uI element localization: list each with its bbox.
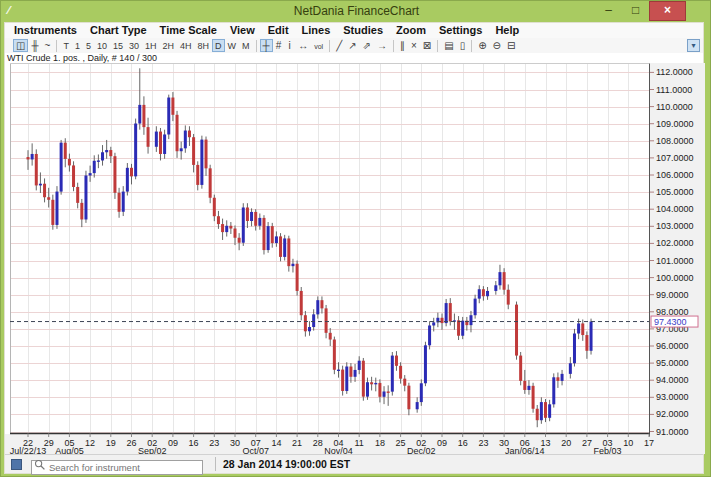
window-content: InstrumentsChart TypeTime ScaleViewEditL…	[4, 22, 704, 474]
toolbar-separator	[437, 40, 438, 52]
menu-item-help[interactable]: Help	[495, 23, 519, 38]
maximize-button[interactable]: □	[622, 1, 649, 21]
svg-text:27: 27	[582, 438, 592, 448]
export-image-button[interactable]: ▯	[457, 39, 469, 52]
print-button[interactable]: ▤	[441, 39, 456, 52]
svg-text:102.0000: 102.0000	[656, 238, 694, 248]
scroll-mode-button[interactable]: ↔	[295, 39, 311, 52]
timescale-daily-button[interactable]: D	[212, 39, 225, 52]
trendline-button[interactable]: ╱	[333, 39, 345, 52]
search-icon	[34, 459, 46, 471]
menu-item-view[interactable]: View	[230, 23, 255, 38]
candlestick-chart-button[interactable]: ◫	[13, 39, 28, 52]
svg-text:18: 18	[375, 438, 385, 448]
svg-text:12: 12	[85, 438, 95, 448]
candlestick-chart[interactable]: 91.000092.000093.000094.000095.000096.00…	[5, 63, 703, 454]
toolbar-separator	[256, 40, 257, 52]
timescale-2h-button[interactable]: 2H	[159, 39, 177, 52]
delete-all-lines-button[interactable]: ⊠	[420, 39, 434, 52]
delete-line-button[interactable]: ×	[408, 39, 420, 52]
timescale-4h-button[interactable]: 4H	[177, 39, 195, 52]
svg-text:98.0000: 98.0000	[656, 307, 689, 317]
svg-text:99.0000: 99.0000	[656, 290, 689, 300]
channel-lines-button[interactable]: ⇗	[360, 39, 374, 52]
timescale-30m-button[interactable]: 30	[126, 39, 142, 52]
svg-text:100.0000: 100.0000	[656, 273, 694, 283]
toolbar-separator	[393, 40, 394, 52]
menu-item-instruments[interactable]: Instruments	[14, 23, 77, 38]
menu-item-settings[interactable]: Settings	[439, 23, 482, 38]
svg-text:101.0000: 101.0000	[656, 256, 694, 266]
last-price-label: 97.4300	[651, 316, 698, 327]
grid-button[interactable]: #	[273, 39, 285, 52]
info-button[interactable]: i	[284, 39, 295, 52]
svg-text:111.0000: 111.0000	[656, 85, 692, 95]
menu-item-edit[interactable]: Edit	[268, 23, 289, 38]
close-button[interactable]: ×	[649, 1, 686, 21]
svg-text:108.0000: 108.0000	[656, 136, 694, 146]
minimize-button[interactable]: –	[595, 1, 622, 21]
workspace-color-icon[interactable]	[11, 459, 22, 470]
svg-text:104.0000: 104.0000	[656, 204, 694, 214]
last-update-timestamp: 28 Jan 2014 19:00:00 EST	[223, 458, 350, 470]
volume-button[interactable]: vol	[311, 39, 326, 52]
short-line-button[interactable]: →	[374, 39, 390, 52]
timescale-weekly-button[interactable]: W	[225, 39, 240, 52]
search-input[interactable]	[31, 460, 203, 475]
timescale-1h-button[interactable]: 1H	[142, 39, 160, 52]
zoom-in-button[interactable]: ⊕	[475, 39, 489, 52]
timescale-1m-button[interactable]: 1	[72, 39, 83, 52]
svg-text:Dec/02: Dec/02	[407, 446, 436, 454]
timescale-10m-button[interactable]: 10	[94, 39, 110, 52]
svg-text:Jan/06/14: Jan/06/14	[505, 446, 545, 454]
menu-item-studies[interactable]: Studies	[343, 23, 383, 38]
instrument-search-box	[31, 457, 203, 472]
timescale-8h-button[interactable]: 8H	[195, 39, 213, 52]
timescale-monthly-button[interactable]: M	[239, 39, 253, 52]
svg-text:28: 28	[313, 438, 323, 448]
svg-text:11: 11	[355, 438, 364, 448]
svg-text:23: 23	[209, 438, 219, 448]
svg-text:94.0000: 94.0000	[656, 375, 689, 385]
svg-text:09: 09	[168, 438, 178, 448]
svg-text:20: 20	[561, 438, 571, 448]
svg-text:17: 17	[644, 438, 654, 448]
svg-text:Sep/02: Sep/02	[138, 446, 167, 454]
chart-instrument-label: WTI Crude 1. pos. , Daily, # 140 / 300	[5, 53, 703, 63]
svg-text:97.4300: 97.4300	[654, 317, 687, 327]
svg-text:14: 14	[271, 438, 281, 448]
menu-item-chart-type[interactable]: Chart Type	[90, 23, 147, 38]
menu-item-lines[interactable]: Lines	[302, 23, 331, 38]
svg-text:Feb/03: Feb/03	[594, 446, 622, 454]
menu-item-time-scale[interactable]: Time Scale	[160, 23, 217, 38]
zoom-out-button[interactable]: ⊖	[490, 39, 504, 52]
svg-text:25: 25	[396, 438, 406, 448]
svg-text:Oct/07: Oct/07	[242, 446, 269, 454]
svg-text:109.0000: 109.0000	[656, 119, 694, 129]
title-bar[interactable]: ⁄⁄ NetDania FinanceChart – □ ×	[1, 1, 711, 22]
svg-text:96.0000: 96.0000	[656, 341, 689, 351]
timescale-5m-button[interactable]: 5	[83, 39, 94, 52]
menu-item-zoom[interactable]: Zoom	[396, 23, 426, 38]
toolbar-panel-button[interactable]: ▾	[687, 39, 700, 52]
toolbar-separator	[329, 40, 330, 52]
timescale-15m-button[interactable]: 15	[110, 39, 126, 52]
svg-text:103.0000: 103.0000	[656, 221, 694, 231]
svg-text:Nov/04: Nov/04	[324, 446, 353, 454]
svg-text:30: 30	[230, 438, 240, 448]
timescale-tick-button[interactable]: T	[60, 39, 72, 52]
svg-text:112.0000: 112.0000	[656, 67, 693, 77]
menu-bar: InstrumentsChart TypeTime ScaleViewEditL…	[5, 23, 703, 38]
fit-vertical-button[interactable]: ⊟	[504, 39, 518, 52]
parallel-lines-button[interactable]: ∥	[397, 39, 408, 52]
svg-text:Aug/05: Aug/05	[55, 446, 84, 454]
toolbar-separator	[56, 40, 57, 52]
svg-text:92.0000: 92.0000	[656, 409, 689, 419]
crosshair-button[interactable]: ┼	[260, 39, 273, 52]
ray-line-button[interactable]: ↗	[345, 39, 359, 52]
svg-text:107.0000: 107.0000	[656, 153, 694, 163]
bar-chart-button[interactable]: ╫	[28, 39, 41, 52]
svg-text:10: 10	[623, 438, 633, 448]
svg-text:106.0000: 106.0000	[656, 170, 694, 180]
line-chart-button[interactable]: ~	[42, 39, 54, 52]
